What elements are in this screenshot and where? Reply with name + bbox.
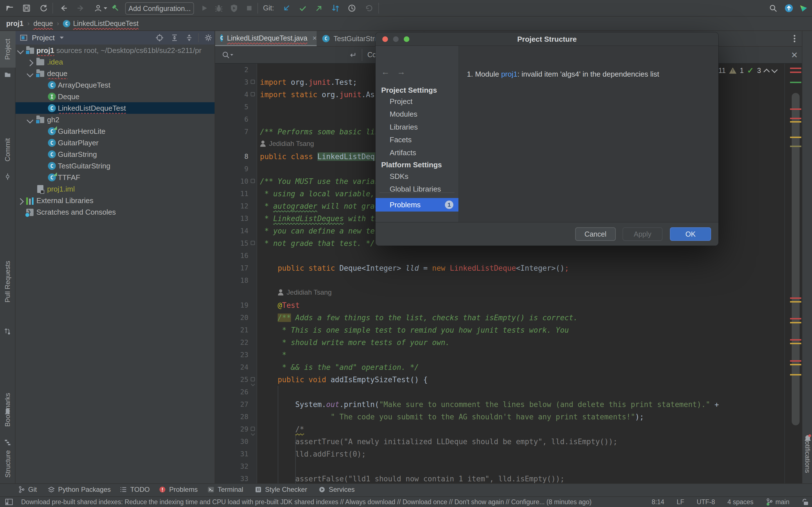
close-icon[interactable]: ✕ bbox=[791, 50, 798, 60]
chevron-right-icon[interactable] bbox=[17, 198, 24, 205]
breadcrumb-item[interactable]: LinkedListDequeTest bbox=[73, 19, 139, 27]
tool-window-button-todo[interactable]: TODO bbox=[119, 486, 150, 494]
forward-icon[interactable]: → bbox=[397, 67, 405, 76]
indent-setting[interactable]: 4 spaces bbox=[727, 498, 753, 506]
sidebar-item-project[interactable]: Project bbox=[390, 97, 412, 106]
git-commit-check-icon[interactable] bbox=[298, 3, 308, 13]
status-message[interactable]: Download pre-built shared indexes: Reduc… bbox=[21, 498, 592, 506]
sidebar-item-sdks[interactable]: SDKs bbox=[390, 172, 408, 181]
kebab-menu-icon[interactable] bbox=[790, 34, 799, 43]
error-stripe-mark[interactable] bbox=[790, 82, 801, 83]
author-inlay[interactable]: Jedidiah Tsang bbox=[278, 288, 332, 296]
tool-window-button-services[interactable]: Services bbox=[318, 486, 355, 494]
tree-item-arraydequetest[interactable]: CArrayDequeTest bbox=[15, 79, 214, 91]
locate-file-icon[interactable] bbox=[155, 33, 164, 42]
structure-icon[interactable] bbox=[4, 439, 11, 446]
error-stripe-mark[interactable] bbox=[790, 121, 801, 122]
fold-marker-icon[interactable] bbox=[251, 241, 255, 245]
notifications-label[interactable]: Notifications bbox=[804, 432, 811, 477]
open-folder-icon[interactable] bbox=[4, 3, 15, 13]
tool-window-button-git[interactable]: Git bbox=[17, 486, 37, 494]
error-stripe-mark[interactable] bbox=[790, 364, 801, 365]
author-inlay[interactable]: Jedidiah Tsang bbox=[260, 140, 314, 148]
tree-item-proj1[interactable]: proj1 sources root, ~/Desktop/cs61bl/su2… bbox=[15, 45, 214, 56]
project-view-icon[interactable] bbox=[19, 34, 28, 42]
pull-requests-icon[interactable] bbox=[4, 327, 11, 335]
debug-icon[interactable] bbox=[214, 3, 224, 13]
chevron-down-icon[interactable] bbox=[59, 36, 64, 40]
fold-marker-icon[interactable] bbox=[251, 92, 255, 96]
back-icon[interactable]: ← bbox=[381, 67, 390, 76]
profiler-icon[interactable] bbox=[229, 3, 239, 13]
bookmarks-icon[interactable] bbox=[4, 408, 11, 415]
next-problem-icon[interactable] bbox=[771, 66, 778, 73]
error-stripe-mark[interactable] bbox=[790, 318, 801, 320]
breadcrumb-item[interactable]: proj1 bbox=[6, 19, 23, 27]
chevron-right-icon[interactable] bbox=[27, 59, 33, 66]
tree-item-gh2[interactable]: gh2 bbox=[15, 114, 214, 125]
line-ending[interactable]: LF bbox=[677, 498, 684, 506]
error-stripe-mark[interactable] bbox=[790, 136, 801, 138]
tree-item-guitarplayer[interactable]: CGuitarPlayer bbox=[15, 137, 214, 149]
ide-update-icon[interactable] bbox=[784, 3, 794, 13]
newline-icon[interactable] bbox=[348, 51, 357, 60]
tree-item-ttfaf[interactable]: CTTFAF bbox=[15, 172, 214, 183]
tree-item-guitarherolite[interactable]: CGuitarHeroLite bbox=[15, 125, 214, 137]
stripe-button-structure[interactable]: Structure bbox=[0, 440, 15, 488]
run-icon[interactable] bbox=[199, 3, 209, 13]
chevron-down-icon[interactable] bbox=[17, 47, 24, 54]
error-stripe-mark[interactable] bbox=[790, 118, 801, 119]
tree-item-scratches-and-consoles[interactable]: Scratches and Consoles bbox=[15, 206, 214, 218]
error-stripe-mark[interactable] bbox=[790, 360, 801, 362]
lock-icon[interactable] bbox=[802, 498, 809, 506]
forward-icon[interactable] bbox=[75, 3, 86, 13]
tool-window-button-terminal[interactable]: Terminal bbox=[207, 486, 243, 494]
user-account-icon[interactable] bbox=[93, 3, 109, 13]
tree-item-external-libraries[interactable]: External Libraries bbox=[15, 194, 214, 206]
error-stripe-ruler[interactable] bbox=[790, 64, 802, 484]
fold-marker-icon[interactable] bbox=[251, 427, 255, 431]
error-stripe-mark[interactable] bbox=[790, 68, 801, 69]
tree-item-deque[interactable]: IDeque bbox=[15, 91, 214, 102]
git-update-icon[interactable] bbox=[282, 3, 292, 13]
tool-window-button-python-packages[interactable]: Python Packages bbox=[47, 486, 111, 494]
jetbrains-logo-icon[interactable] bbox=[799, 3, 809, 13]
stripe-button-project[interactable]: Project bbox=[0, 31, 15, 68]
find-input[interactable] bbox=[238, 50, 339, 60]
error-stripe-mark[interactable] bbox=[790, 301, 801, 302]
tree-item-linkedlistdequetest[interactable]: CLinkedListDequeTest bbox=[15, 102, 214, 114]
ok-button[interactable]: OK bbox=[670, 227, 711, 241]
fold-marker-icon[interactable] bbox=[251, 377, 255, 381]
error-stripe-mark[interactable] bbox=[790, 108, 801, 110]
error-stripe-mark[interactable] bbox=[790, 374, 801, 376]
caret-position[interactable]: 8:14 bbox=[652, 498, 664, 506]
sync-icon[interactable] bbox=[38, 3, 49, 13]
tree-item-guitarstring[interactable]: CGuitarString bbox=[15, 149, 214, 160]
error-stripe-mark[interactable] bbox=[790, 297, 801, 299]
stripe-button-commit[interactable]: Commit bbox=[0, 130, 15, 170]
collapse-all-icon[interactable] bbox=[185, 33, 194, 42]
apply-button[interactable]: Apply bbox=[622, 227, 663, 241]
build-hammer-icon[interactable] bbox=[110, 3, 121, 13]
layout-toggle-icon[interactable] bbox=[5, 498, 13, 506]
error-stripe-mark[interactable] bbox=[790, 322, 801, 323]
error-stripe-mark[interactable] bbox=[790, 71, 801, 73]
sidebar-item-artifacts[interactable]: Artifacts bbox=[390, 149, 416, 157]
sidebar-item-facets[interactable]: Facets bbox=[390, 135, 412, 144]
git-branch-widget[interactable]: main bbox=[766, 498, 790, 506]
git-fetch-icon[interactable] bbox=[331, 3, 341, 13]
tab-linkedlistdequetest[interactable]: C LinkedListDequeTest.java × bbox=[215, 31, 317, 46]
tree-item--idea[interactable]: .idea bbox=[15, 56, 214, 68]
stop-icon[interactable] bbox=[244, 3, 254, 13]
prev-problem-icon[interactable] bbox=[763, 68, 770, 75]
search-everywhere-icon[interactable] bbox=[768, 3, 778, 13]
fold-marker-icon[interactable] bbox=[251, 179, 255, 183]
tree-item-proj1-iml[interactable]: proj1.iml bbox=[15, 183, 214, 194]
tool-window-button-problems[interactable]: Problems bbox=[158, 486, 198, 494]
error-stripe-mark[interactable] bbox=[790, 146, 801, 147]
gear-icon[interactable] bbox=[204, 33, 213, 42]
git-rollback-icon[interactable] bbox=[363, 3, 373, 13]
file-encoding[interactable]: UTF-8 bbox=[697, 498, 715, 506]
sidebar-item-modules[interactable]: Modules bbox=[390, 110, 417, 119]
error-stripe-mark[interactable] bbox=[790, 339, 801, 341]
